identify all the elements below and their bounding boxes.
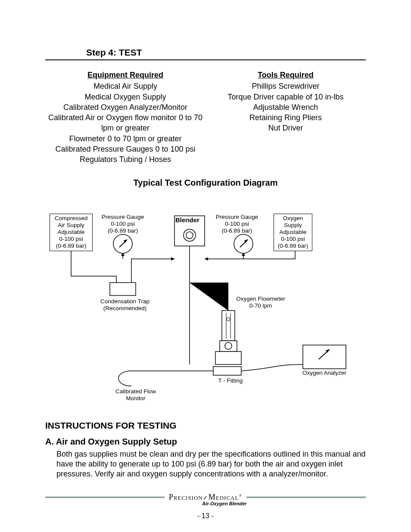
blender-label: Blender: [175, 216, 199, 224]
equipment-column: Equipment Required Medical Air Supply Me…: [45, 70, 206, 165]
step-header: Step 4: TEST: [45, 47, 366, 59]
equipment-item: Flowmeter 0 to 70 lpm or greater: [69, 134, 181, 143]
footer-rule-right: [246, 497, 366, 498]
svg-marker-0: [171, 257, 174, 261]
tools-item: Torque Driver capable of 10 in-lbs: [227, 93, 343, 101]
requirements-columns: Equipment Required Medical Air Supply Me…: [45, 70, 366, 165]
test-configuration-diagram: CompressedAir SupplyAdjustable0-100 psi(…: [45, 196, 366, 408]
brand-glyph-icon: ✓: [203, 495, 209, 501]
svg-marker-2: [205, 257, 208, 261]
gauge-left-label: Pressure Gauge0-100 psi(0-6.89 bar): [101, 214, 144, 235]
t-fitting-label: T - Fitting: [215, 377, 246, 384]
condensation-trap-label: Condensation Trap(Recommended): [97, 298, 153, 312]
svg-rect-21: [213, 367, 241, 375]
equipment-item: Calibrated Pressure Gauges 0 to 100 psi: [55, 145, 195, 153]
diagram-title: Typical Test Configuration Diagram: [45, 178, 366, 188]
brand-logo: Precision✓Medical®: [169, 493, 242, 502]
equipment-item: Calibrated Oxygen Analyzer/Monitor: [63, 103, 187, 112]
flowmeter-icon: [213, 311, 241, 375]
tools-item: Adjustable Wrench: [253, 103, 318, 112]
oxygen-supply-box: OxygenSupplyAdjustable0-100 psi(0-6.89 b…: [274, 214, 312, 251]
page-footer: Precision✓Medical® Air-Oxygen Blender: [45, 493, 366, 506]
equipment-item: Regulators Tubing / Hoses: [80, 155, 171, 164]
tools-item: Phillips Screwdriver: [252, 82, 319, 90]
tools-column: Tools Required Phillips Screwdriver Torq…: [206, 70, 366, 165]
equipment-item: Medical Oxygen Supply: [84, 93, 166, 101]
svg-point-19: [225, 342, 232, 349]
flow-monitor-label: Calibrated FlowMonitor: [110, 388, 162, 402]
footer-rule-left: [45, 497, 165, 498]
svg-rect-14: [222, 311, 235, 341]
step-divider-rule: [45, 59, 366, 60]
equipment-heading: Equipment Required: [87, 70, 163, 80]
section-a-heading: A. Air and Oxygen Supply Setup: [45, 437, 366, 447]
section-a-body: Both gas supplies must be clean and dry …: [45, 449, 366, 479]
oxygen-flowmeter-label: Oxygen Flowmeter0-70 lpm: [235, 296, 286, 309]
svg-rect-22: [303, 345, 346, 369]
oxygen-analyzer-label: Oxygen Analyzer: [302, 370, 347, 376]
tools-heading: Tools Required: [258, 70, 314, 80]
instructions-heading: INSTRUCTIONS FOR TESTING: [45, 420, 366, 431]
svg-point-17: [227, 317, 230, 321]
svg-rect-20: [215, 352, 241, 364]
tools-item: Nut Driver: [268, 124, 303, 132]
equipment-item: Medical Air Supply: [93, 82, 157, 90]
air-supply-box: CompressedAir SupplyAdjustable0-100 psi(…: [50, 214, 93, 251]
equipment-item: Calibrated Air or Oxygen flow monitor 0 …: [48, 113, 202, 132]
footer-subtitle: Air-Oxygen Blender: [45, 501, 366, 506]
svg-rect-13: [110, 283, 136, 296]
gauge-right-label: Pressure Gauge0-100 psi(0-6.89 bar): [215, 214, 258, 235]
tools-item: Retaining Ring Pliers: [249, 113, 322, 122]
page-number: - 13 -: [0, 512, 411, 520]
